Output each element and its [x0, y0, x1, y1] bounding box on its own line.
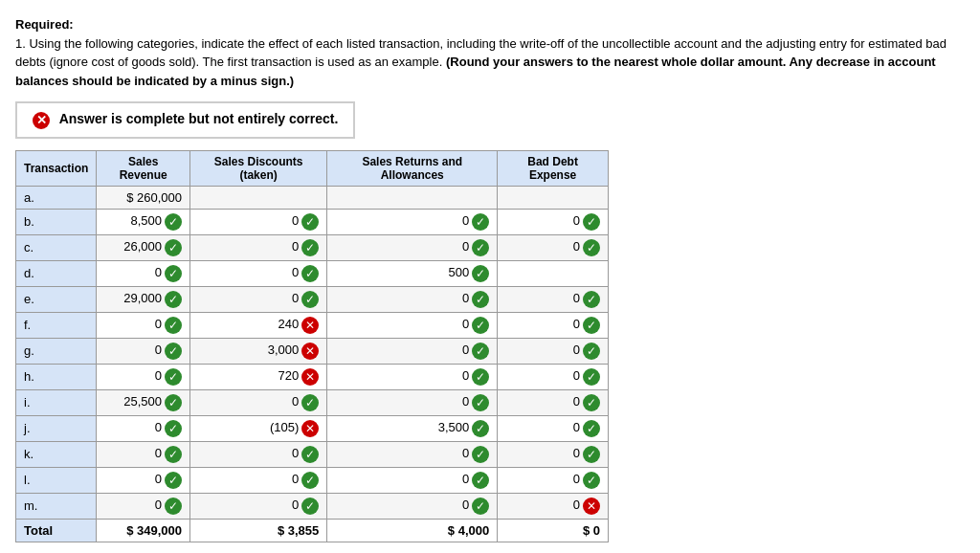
total-sales-discounts: $ 3,855	[189, 519, 326, 542]
cell: 0✓	[498, 234, 609, 260]
cell: 500✓	[327, 260, 498, 286]
required-section: Required: 1. Using the following categor…	[15, 15, 965, 90]
green-check-icon: ✓	[165, 343, 182, 360]
green-check-icon: ✓	[472, 291, 489, 308]
green-check-icon: ✓	[472, 446, 489, 463]
cell: 0✓	[327, 338, 498, 364]
green-check-icon: ✓	[583, 368, 600, 386]
red-check-icon: ✕	[301, 317, 319, 334]
table-row: k.0✓0✓0✓0✓	[16, 441, 609, 467]
cell: 25,500✓	[97, 389, 190, 415]
green-check-icon: ✓	[472, 265, 489, 282]
cell: 0✓	[97, 415, 190, 441]
cell: 0✓	[97, 364, 190, 389]
green-check-icon: ✓	[472, 394, 489, 411]
green-check-icon: ✓	[583, 420, 600, 437]
cell	[189, 186, 326, 209]
green-check-icon: ✓	[583, 317, 600, 334]
transaction-id: k.	[16, 441, 97, 467]
cell: 0✓	[189, 493, 326, 519]
green-check-icon: ✓	[583, 446, 600, 463]
red-check-icon: ✕	[583, 498, 600, 515]
table-row: c.26,000✓0✓0✓0✓	[16, 234, 609, 260]
total-sales-returns: $ 4,000	[327, 519, 498, 542]
cell: 0✓	[498, 389, 609, 415]
cell: 0✓	[498, 441, 609, 467]
cell: 8,500✓	[97, 209, 190, 234]
table-row: f.0✓240✕0✓0✓	[16, 312, 609, 338]
green-check-icon: ✓	[301, 291, 319, 308]
cell: 0✕	[498, 493, 609, 519]
cell: 0✓	[189, 441, 326, 467]
header-bad-debt: Bad Debt Expense	[498, 150, 609, 186]
alert-icon: ✕	[33, 112, 50, 129]
green-check-icon: ✓	[472, 343, 489, 360]
transaction-id: c.	[16, 234, 97, 260]
green-check-icon: ✓	[301, 446, 319, 463]
cell: 0✓	[327, 441, 498, 467]
cell: 0✓	[189, 234, 326, 260]
transaction-id: d.	[16, 260, 97, 286]
cell: 0✓	[189, 286, 326, 312]
cell: 3,000✕	[189, 338, 326, 364]
cell: 0✓	[189, 389, 326, 415]
green-check-icon: ✓	[301, 239, 319, 256]
green-check-icon: ✓	[165, 368, 182, 386]
total-label: Total	[16, 519, 97, 542]
transaction-id: b.	[16, 209, 97, 234]
header-sales-discounts: Sales Discounts (taken)	[189, 150, 326, 186]
green-check-icon: ✓	[472, 498, 489, 515]
transaction-id: h.	[16, 364, 97, 389]
green-check-icon: ✓	[472, 239, 489, 256]
transaction-id: f.	[16, 312, 97, 338]
green-check-icon: ✓	[165, 265, 182, 282]
cell: 0✓	[327, 493, 498, 519]
green-check-icon: ✓	[472, 213, 489, 231]
cell: 0✓	[327, 364, 498, 389]
cell: 720✕	[189, 364, 326, 389]
header-transaction: Transaction	[16, 150, 97, 186]
transaction-id: m.	[16, 493, 97, 519]
green-check-icon: ✓	[583, 394, 600, 411]
total-row: Total $ 349,000 $ 3,855 $ 4,000 $ 0	[16, 519, 609, 542]
cell: 0✓	[97, 493, 190, 519]
cell: 0✓	[327, 389, 498, 415]
green-check-icon: ✓	[472, 472, 489, 489]
cell: 0✓	[327, 286, 498, 312]
transaction-id: j.	[16, 415, 97, 441]
transaction-id: e.	[16, 286, 97, 312]
table-row: l.0✓0✓0✓0✓	[16, 467, 609, 493]
transaction-id: g.	[16, 338, 97, 364]
cell: 26,000✓	[97, 234, 190, 260]
green-check-icon: ✓	[301, 498, 319, 515]
cell: 0✓	[498, 415, 609, 441]
table-row: g.0✓3,000✕0✓0✓	[16, 338, 609, 364]
cell: 0✓	[189, 467, 326, 493]
total-bad-debt: $ 0	[498, 519, 609, 542]
cell: 240✕	[189, 312, 326, 338]
green-check-icon: ✓	[472, 317, 489, 334]
green-check-icon: ✓	[165, 239, 182, 256]
green-check-icon: ✓	[583, 343, 600, 360]
red-check-icon: ✕	[301, 420, 319, 437]
total-sales-revenue: $ 349,000	[97, 519, 190, 542]
cell: 0✓	[498, 312, 609, 338]
cell: 0✓	[498, 286, 609, 312]
header-sales-revenue: Sales Revenue	[97, 150, 190, 186]
cell	[327, 186, 498, 209]
red-check-icon: ✕	[301, 343, 319, 360]
red-check-icon: ✕	[301, 368, 319, 386]
green-check-icon: ✓	[165, 291, 182, 308]
cell: 0✓	[327, 467, 498, 493]
cell: 0✓	[189, 260, 326, 286]
cell: (105)✕	[189, 415, 326, 441]
green-check-icon: ✓	[583, 239, 600, 256]
table-row: d.0✓0✓500✓	[16, 260, 609, 286]
cell: $ 260,000	[97, 186, 190, 209]
cell: 0✓	[327, 234, 498, 260]
green-check-icon: ✓	[165, 446, 182, 463]
alert-text: Answer is complete but not entirely corr…	[59, 111, 339, 126]
alert-box: ✕ Answer is complete but not entirely co…	[15, 101, 355, 139]
transaction-id: i.	[16, 389, 97, 415]
cell: 0✓	[327, 209, 498, 234]
